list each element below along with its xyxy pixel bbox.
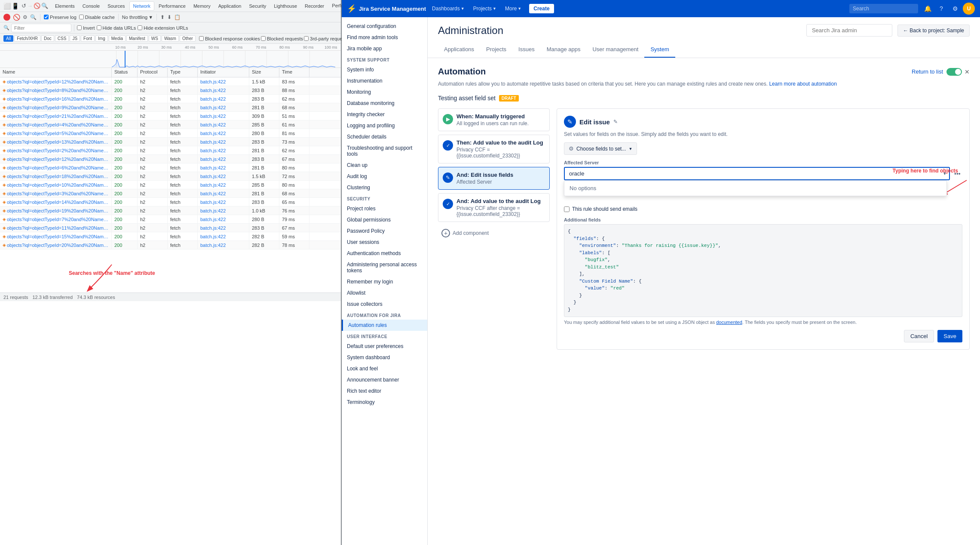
admin-tab-user-management[interactable]: User management — [586, 42, 644, 58]
col-protocol[interactable]: Protocol — [138, 68, 168, 77]
sidebar-item-global-perms[interactable]: Global permissions — [342, 214, 427, 225]
choose-fields-btn[interactable]: ⚙ Choose fields to set... ▼ — [564, 142, 637, 155]
sidebar-item-system-dashboard[interactable]: System dashboard — [342, 352, 427, 363]
sidebar-item-auth-methods[interactable]: Authentication methods — [342, 248, 427, 259]
nav-more[interactable]: More ▼ — [502, 4, 524, 13]
filter-doc[interactable]: Doc — [41, 35, 54, 42]
table-row[interactable]: ◈objects?iql=objectTypeId=5%20and%20Name… — [0, 129, 341, 138]
sidebar-item-issue-collectors[interactable]: Issue collectors — [342, 299, 427, 310]
record-btn[interactable] — [3, 14, 10, 21]
nav-dashboards[interactable]: Dashboards ▼ — [429, 4, 467, 13]
sidebar-item-jira-mobile[interactable]: Jira mobile app — [342, 43, 427, 54]
table-row[interactable]: ◈objects?iql=objectTypeId=12%20and%20Nam… — [0, 155, 341, 163]
sidebar-item-terminology[interactable]: Terminology — [342, 397, 427, 408]
col-name[interactable]: Name — [0, 68, 112, 77]
hide-data-urls-checkbox[interactable] — [97, 25, 101, 30]
sidebar-item-automation-rules[interactable]: Automation rules — [342, 320, 427, 331]
sidebar-item-personal-tokens[interactable]: Administering personal access tokens — [342, 259, 427, 276]
table-row[interactable]: ◈objects?iql=objectTypeId=19%20and%20Nam… — [0, 206, 341, 215]
step-trigger[interactable]: ▶ When: Manually triggered All logged in… — [438, 108, 550, 131]
table-row[interactable]: ◈objects?iql=objectTypeId=12%20and%20Nam… — [0, 77, 341, 86]
pencil-icon[interactable]: ✎ — [613, 119, 618, 125]
sidebar-item-password-policy[interactable]: Password Policy — [342, 225, 427, 237]
blocked-requests-label[interactable]: Blocked requests — [261, 36, 303, 41]
sidebar-item-logging[interactable]: Logging and profiling — [342, 120, 427, 131]
cancel-button[interactable]: Cancel — [904, 330, 934, 342]
admin-tab-applications[interactable]: Applications — [438, 42, 480, 58]
table-row[interactable]: ◈objects?iql=objectTypeId=15%20and%20Nam… — [0, 232, 341, 241]
filter-input[interactable] — [11, 24, 71, 32]
documented-link[interactable]: documented — [716, 320, 742, 325]
filter-manifest[interactable]: Manifest — [126, 35, 148, 42]
sidebar-item-rich-text[interactable]: Rich text editor — [342, 385, 427, 397]
step-audit1[interactable]: ✓ Then: Add value to the audit Log Priva… — [438, 135, 550, 163]
table-row[interactable]: ◈objects?iql=objectTypeId=3%20and%20Name… — [0, 189, 341, 198]
add-component-btn[interactable]: + Add component — [438, 225, 550, 241]
user-avatar[interactable]: U — [963, 3, 975, 15]
filter-toggle[interactable]: ⚙ — [23, 14, 28, 20]
preserve-log-checkbox[interactable] — [44, 15, 49, 19]
notification-icon[interactable]: 🔔 — [922, 3, 934, 15]
devtools-tab-security[interactable]: Security — [245, 2, 270, 10]
sidebar-item-default-prefs[interactable]: Default user preferences — [342, 341, 427, 352]
sidebar-item-user-sessions[interactable]: User sessions — [342, 237, 427, 248]
devtools-tab-performance[interactable]: Performance — [155, 2, 189, 10]
json-editor[interactable]: { "fields": { "environment": "Thanks for… — [564, 224, 962, 317]
blocked-cookies-label[interactable]: Blocked response cookies — [199, 36, 260, 41]
hide-data-urls-label[interactable]: Hide data URLs — [97, 25, 136, 31]
learn-more-link[interactable]: Learn more about automation — [769, 81, 836, 87]
devtools-icon-search[interactable]: 🔍 — [41, 3, 48, 9]
save-button[interactable]: Save — [937, 330, 962, 342]
table-row[interactable]: ◈objects?iql=objectTypeId=6%20and%20Name… — [0, 163, 341, 172]
import-icon[interactable]: 📋 — [174, 14, 181, 20]
devtools-tab-network[interactable]: Network — [129, 1, 154, 11]
admin-tab-projects[interactable]: Projects — [480, 42, 512, 58]
filter-fetch-xhr[interactable]: Fetch/XHR — [14, 35, 40, 42]
filter-all[interactable]: All — [3, 35, 13, 42]
blocked-cookies-cb[interactable] — [199, 36, 204, 41]
preserve-log-label[interactable]: Preserve log — [44, 15, 77, 20]
sidebar-item-monitoring[interactable]: Monitoring — [342, 86, 427, 98]
invert-label[interactable]: Invert — [77, 25, 95, 31]
filter-img[interactable]: Img — [95, 35, 108, 42]
filter-ws[interactable]: WS — [149, 35, 161, 42]
devtools-tab-elements[interactable]: Elements — [52, 2, 78, 10]
search-btn[interactable]: 🔍 — [30, 14, 37, 20]
sidebar-item-clustering[interactable]: Clustering — [342, 182, 427, 193]
sidebar-item-audit-log[interactable]: Audit log — [342, 171, 427, 182]
filter-font[interactable]: Font — [81, 35, 95, 42]
col-size[interactable]: Size — [249, 68, 279, 77]
sidebar-item-find-admin-tools[interactable]: Find more admin tools — [342, 32, 427, 43]
table-row[interactable]: ◈objects?iql=objectTypeId=8%20and%20Name… — [0, 86, 341, 95]
table-row[interactable]: ◈objects?iql=objectTypeId=21%20and%20Nam… — [0, 112, 341, 120]
devtools-icon-cursor[interactable]: ↺ — [21, 3, 26, 9]
table-row[interactable]: ◈objects?iql=objectTypeId=13%20and%20Nam… — [0, 138, 341, 146]
table-row[interactable]: ◈objects?iql=objectTypeId=4%20and%20Name… — [0, 120, 341, 129]
nav-create[interactable]: Create — [529, 4, 554, 13]
disable-cache-checkbox[interactable] — [79, 15, 84, 19]
send-emails-checkbox[interactable] — [564, 206, 570, 212]
blocked-requests-cb[interactable] — [261, 36, 266, 41]
devtools-tab-recorder[interactable]: Recorder — [301, 2, 328, 10]
table-row[interactable]: ◈objects?iql=objectTypeId=9%20and%20Name… — [0, 103, 341, 112]
filter-media[interactable]: Media — [109, 35, 126, 42]
col-time[interactable]: Time — [279, 68, 309, 77]
sidebar-item-database-monitoring[interactable]: Database monitoring — [342, 98, 427, 109]
jira-search-input[interactable] — [849, 4, 918, 13]
devtools-icon-ban[interactable]: 🚫 — [34, 3, 40, 9]
admin-search-input[interactable] — [806, 24, 892, 37]
table-row[interactable]: ◈objects?iql=objectTypeId=20%20and%20Nam… — [0, 241, 341, 249]
sidebar-item-project-roles[interactable]: Project roles — [342, 203, 427, 214]
sidebar-item-remember-login[interactable]: Remember my login — [342, 276, 427, 287]
col-initiator[interactable]: Initiator — [198, 68, 249, 77]
devtools-icon-forward[interactable]: → — [27, 3, 33, 9]
admin-tab-issues[interactable]: Issues — [512, 42, 541, 58]
hide-extension-urls-label[interactable]: Hide extension URLs — [138, 25, 188, 31]
devtools-tab-sources[interactable]: Sources — [104, 2, 128, 10]
sidebar-item-cleanup[interactable]: Clean up — [342, 160, 427, 171]
table-row[interactable]: ◈objects?iql=objectTypeId=14%20and%20Nam… — [0, 198, 341, 206]
sidebar-item-instrumentation[interactable]: Instrumentation — [342, 75, 427, 86]
devtools-tab-lighthouse[interactable]: Lighthouse — [270, 2, 300, 10]
settings-nav-icon[interactable]: ⚙ — [949, 3, 961, 15]
return-to-list-link[interactable]: Return to list — [912, 68, 943, 75]
